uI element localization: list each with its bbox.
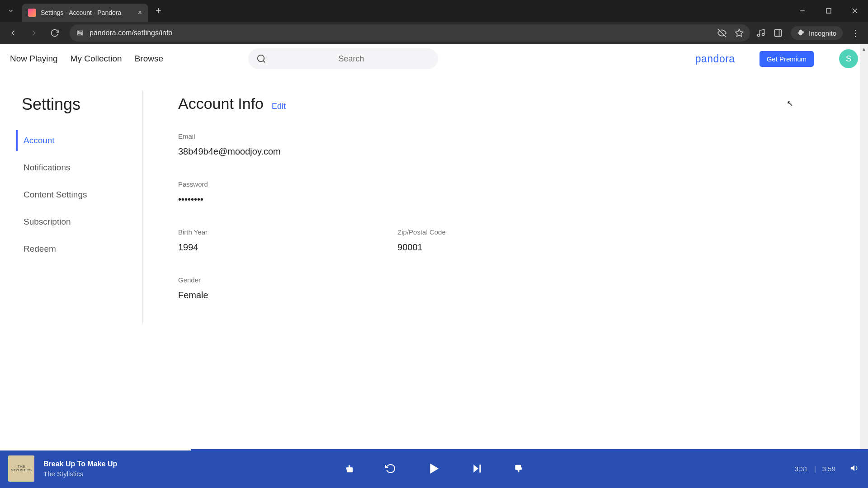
- search-field[interactable]: [248, 48, 438, 69]
- app-header: Now Playing My Collection Browse pandora…: [0, 44, 868, 73]
- email-value: 38b49b4e@moodjoy.com: [178, 146, 854, 157]
- play-button[interactable]: [427, 462, 440, 475]
- page-title: Account Info: [178, 95, 264, 113]
- search-icon: [256, 54, 266, 64]
- scroll-up-icon[interactable]: ▲: [860, 44, 868, 53]
- sidebar-item-notifications[interactable]: Notifications: [16, 157, 133, 178]
- svg-marker-17: [473, 465, 478, 472]
- close-window-button[interactable]: [842, 0, 868, 22]
- password-value: ••••••••: [178, 194, 854, 205]
- close-tab-icon[interactable]: ×: [138, 9, 142, 17]
- media-control-icon[interactable]: [756, 28, 765, 38]
- time-separator: |: [814, 465, 816, 473]
- player-bar: THESTYLISTICS Break Up To Make Up The St…: [0, 449, 868, 488]
- incognito-indicator[interactable]: Incognito: [791, 26, 843, 40]
- maximize-button[interactable]: [816, 0, 842, 22]
- nav-browse[interactable]: Browse: [135, 54, 163, 64]
- settings-title: Settings: [22, 95, 133, 114]
- app-viewport: Now Playing My Collection Browse pandora…: [0, 44, 868, 449]
- back-button[interactable]: [5, 24, 22, 42]
- progress-bar[interactable]: [0, 449, 191, 450]
- search-input[interactable]: [273, 54, 430, 64]
- side-panel-icon[interactable]: [774, 28, 783, 38]
- incognito-icon: [797, 29, 805, 37]
- birthyear-value: 1994: [178, 242, 208, 253]
- svg-rect-12: [775, 30, 782, 37]
- svg-point-7: [81, 34, 82, 35]
- password-label: Password: [178, 180, 854, 188]
- eye-off-icon[interactable]: [717, 28, 726, 38]
- edit-link[interactable]: Edit: [272, 102, 286, 111]
- bookmark-star-icon[interactable]: [735, 28, 744, 38]
- email-label: Email: [178, 132, 854, 140]
- svg-point-14: [258, 55, 264, 62]
- site-settings-icon[interactable]: [76, 29, 84, 37]
- reload-button[interactable]: [46, 24, 63, 42]
- track-artist[interactable]: The Stylistics: [43, 470, 117, 478]
- svg-point-10: [758, 34, 760, 37]
- skip-button[interactable]: [471, 463, 483, 474]
- svg-point-6: [78, 31, 79, 32]
- tab-search-dropdown[interactable]: [0, 2, 22, 19]
- browser-toolbar: pandora.com/settings/info Incognito ⋮: [0, 22, 868, 44]
- svg-marker-16: [430, 464, 439, 474]
- tab-title: Settings - Account - Pandora: [41, 9, 132, 16]
- album-art[interactable]: THESTYLISTICS: [8, 455, 34, 482]
- replay-button[interactable]: [385, 463, 396, 474]
- sidebar-item-content-settings[interactable]: Content Settings: [16, 184, 133, 205]
- gender-value: Female: [178, 290, 854, 300]
- new-tab-button[interactable]: +: [156, 5, 161, 17]
- sidebar-item-subscription[interactable]: Subscription: [16, 211, 133, 232]
- track-title[interactable]: Break Up To Make Up: [43, 460, 117, 468]
- brand-logo[interactable]: pandora: [695, 53, 735, 65]
- vertical-scrollbar[interactable]: ▲: [860, 44, 868, 449]
- account-info-panel: Account Info Edit Email 38b49b4e@moodjoy…: [143, 91, 854, 324]
- time-current: 3:31: [795, 465, 808, 473]
- svg-rect-18: [479, 465, 481, 472]
- gender-label: Gender: [178, 276, 854, 284]
- volume-button[interactable]: [850, 463, 860, 474]
- minimize-button[interactable]: [789, 0, 816, 22]
- nav-now-playing[interactable]: Now Playing: [10, 54, 58, 64]
- incognito-label: Incognito: [809, 29, 836, 37]
- browser-titlebar: Settings - Account - Pandora × +: [0, 0, 868, 22]
- get-premium-button[interactable]: Get Premium: [760, 51, 814, 67]
- favicon-icon: [28, 9, 36, 17]
- svg-rect-1: [826, 9, 831, 13]
- settings-sidebar: Settings Account Notifications Content S…: [16, 91, 143, 324]
- zip-label: Zip/Postal Code: [397, 228, 446, 236]
- svg-point-11: [762, 33, 764, 36]
- svg-marker-9: [736, 29, 743, 37]
- thumbs-up-button[interactable]: [514, 464, 524, 474]
- chrome-menu-button[interactable]: ⋮: [851, 28, 860, 38]
- nav-my-collection[interactable]: My Collection: [71, 54, 122, 64]
- sidebar-item-account[interactable]: Account: [16, 130, 133, 151]
- address-bar[interactable]: pandora.com/settings/info: [70, 24, 750, 42]
- thumbs-down-button[interactable]: [344, 464, 354, 474]
- url-text: pandora.com/settings/info: [90, 29, 172, 37]
- birthyear-label: Birth Year: [178, 228, 208, 236]
- user-avatar[interactable]: S: [839, 49, 858, 68]
- svg-line-15: [263, 61, 265, 62]
- sidebar-item-redeem[interactable]: Redeem: [16, 239, 133, 259]
- svg-marker-19: [851, 465, 854, 471]
- forward-button[interactable]: [25, 24, 42, 42]
- time-total: 3:59: [822, 465, 835, 473]
- browser-tab[interactable]: Settings - Account - Pandora ×: [22, 4, 148, 22]
- zip-value: 90001: [397, 242, 446, 253]
